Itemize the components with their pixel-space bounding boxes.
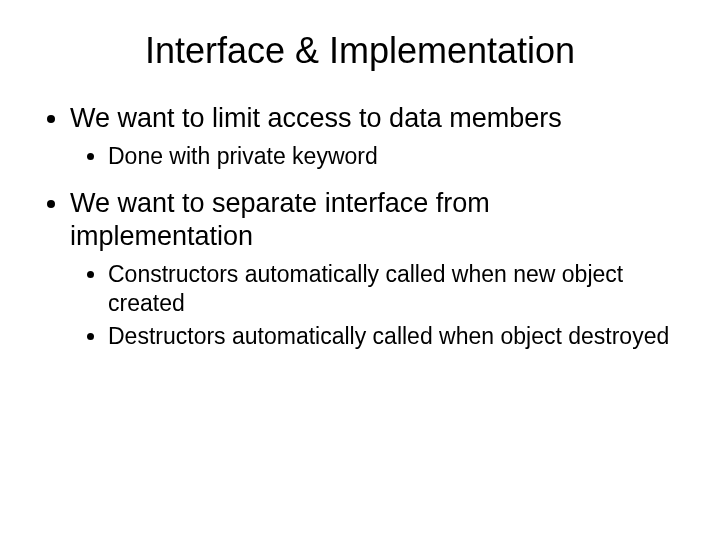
- list-item: Destructors automatically called when ob…: [108, 322, 680, 351]
- sub-bullet-list: Constructors automatically called when n…: [70, 260, 680, 350]
- bullet-list: We want to limit access to data members …: [40, 102, 680, 350]
- list-item: Constructors automatically called when n…: [108, 260, 680, 318]
- bullet-text: Constructors automatically called when n…: [108, 261, 623, 316]
- slide: Interface & Implementation We want to li…: [0, 0, 720, 540]
- bullet-text: We want to separate interface from imple…: [70, 188, 490, 252]
- bullet-text: Done with private keyword: [108, 143, 378, 169]
- list-item: Done with private keyword: [108, 142, 680, 171]
- list-item: We want to separate interface from imple…: [70, 187, 680, 351]
- list-item: We want to limit access to data members …: [70, 102, 680, 171]
- bullet-text: Destructors automatically called when ob…: [108, 323, 669, 349]
- sub-bullet-list: Done with private keyword: [70, 142, 680, 171]
- bullet-text: We want to limit access to data members: [70, 103, 562, 133]
- slide-title: Interface & Implementation: [40, 30, 680, 72]
